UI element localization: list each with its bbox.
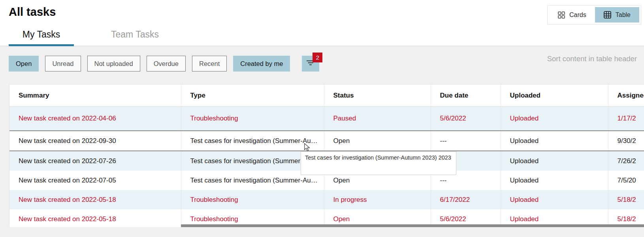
cell-type: Test cases for investigation (Summer-Aut… [181,131,324,151]
tabs: My Tasks Team Tasks [9,29,168,46]
filter-chip-overdue[interactable]: Overdue [147,56,186,71]
filter-bar: Open Unread Not uploaded Overdue Recent … [9,56,319,71]
top-bar: All tasks Cards [0,0,644,46]
cell-due: 6/17/2022 [431,190,501,209]
cell-summary: New task created on 2022-09-30 [9,131,181,151]
cell-due: 5/6/2022 [431,107,501,131]
column-header-type[interactable]: Type [181,85,324,107]
page-title: All tasks [9,6,56,19]
cell-assigned: 9/30/2 [608,131,644,151]
filter-chip-created-by-me[interactable]: Created by me [233,56,290,71]
tab-my-tasks[interactable]: My Tasks [9,29,74,46]
column-header-summary[interactable]: Summary [9,85,181,107]
table-button[interactable]: Table [595,7,639,23]
cell-uploaded: Uploaded [501,190,608,209]
table-label: Table [616,11,631,19]
cell-status: Open [324,131,431,151]
filter-count-badge: 2 [313,53,322,62]
cell-status: Paused [324,107,431,131]
cell-summary: New task created on 2022-05-18 [9,190,181,209]
cards-button[interactable]: Cards [549,7,595,23]
cards-label: Cards [569,11,586,19]
table-row[interactable]: New task created on 2022-09-30Test cases… [9,131,644,151]
table-row[interactable]: New task created on 2022-04-06Troublesho… [9,107,644,131]
cell-summary: New task created on 2022-07-05 [9,171,181,190]
tab-team-tasks[interactable]: Team Tasks [102,29,168,46]
cell-assigned: 7/26/2 [608,151,644,171]
cell-uploaded: Uploaded [501,131,608,151]
cell-uploaded: Uploaded [501,107,608,131]
filter-chip-recent[interactable]: Recent [192,56,227,71]
cell-assigned: 7/5/20 [608,171,644,190]
tooltip: Test cases for investigation (Summer-Aut… [301,151,456,175]
cell-type: Troubleshooting [181,190,324,209]
filter-chip-open[interactable]: Open [9,56,39,71]
mouse-cursor [304,143,310,153]
filter-chip-not-uploaded[interactable]: Not uploaded [87,56,140,71]
cell-uploaded: Uploaded [501,171,608,190]
cell-assigned: 1/17/2 [608,107,644,131]
cell-assigned: 5/18/2 [608,190,644,209]
sort-hint-label: Sort content in table header [547,55,637,63]
cell-uploaded: Uploaded [501,151,608,171]
column-header-due-date[interactable]: Due date [431,85,501,107]
cards-icon [558,11,565,19]
table-row[interactable]: New task created on 2022-05-18Troublesho… [9,190,644,209]
cell-status: In progress [324,190,431,209]
view-toggle: Cards Table [547,5,641,24]
table-icon [604,11,611,19]
cell-summary: New task created on 2022-05-18 [9,209,181,227]
cell-due: --- [431,131,501,151]
cell-summary: New task created on 2022-04-06 [9,107,181,131]
column-header-uploaded[interactable]: Uploaded [501,85,608,107]
filter-chip-unread[interactable]: Unread [45,56,81,71]
column-header-assigned[interactable]: Assigned [608,85,644,107]
cell-type: Troubleshooting [181,107,324,131]
table-header-row: Summary Type Status Due date Uploaded As… [9,85,644,107]
column-header-status[interactable]: Status [324,85,431,107]
horizontal-scrollbar-thumb[interactable] [181,224,644,227]
cell-summary: New task created on 2022-07-26 [9,151,181,171]
